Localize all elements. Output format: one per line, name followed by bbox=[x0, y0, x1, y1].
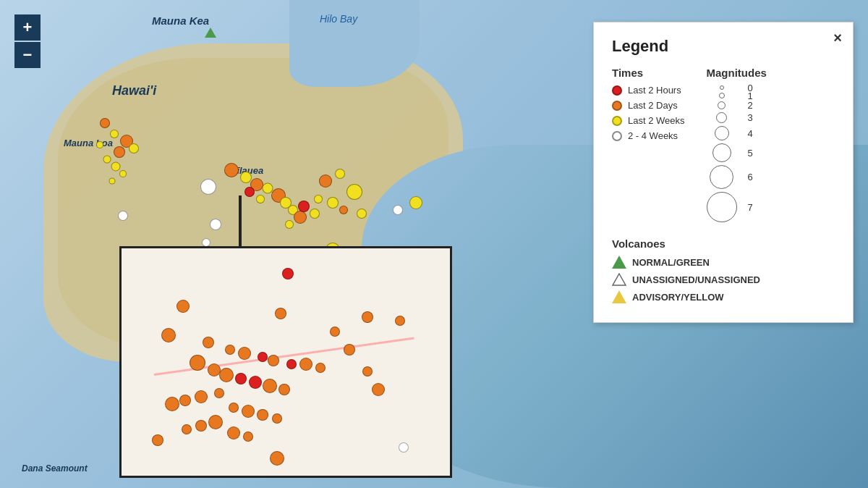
times-legend-item: Last 2 Weeks bbox=[612, 115, 685, 126]
earthquake-circle bbox=[109, 178, 116, 185]
earthquake-circle bbox=[285, 220, 294, 229]
white-triangle-icon bbox=[612, 273, 626, 286]
legend-columns: Times Last 2 Hours Last 2 Days Last 2 We… bbox=[612, 67, 835, 223]
times-legend-item: 2 - 4 Weeks bbox=[612, 130, 685, 141]
earthquake-circle bbox=[240, 172, 252, 183]
times-dot bbox=[612, 85, 622, 96]
earthquake-circle bbox=[327, 197, 339, 209]
volcano-label: NORMAL/GREEN bbox=[632, 257, 710, 268]
volcano-legend-item: UNASSIGNED/UNASSIGNED bbox=[612, 273, 835, 286]
times-dot bbox=[612, 116, 622, 126]
earthquake-circle bbox=[335, 169, 345, 179]
inset-earthquake-circle bbox=[299, 358, 312, 371]
inset-earthquake-circle bbox=[286, 359, 297, 369]
inset-earthquake-circle bbox=[152, 434, 163, 446]
earthquake-circle bbox=[393, 205, 403, 215]
earthquake-circle bbox=[100, 118, 110, 128]
times-dot bbox=[612, 101, 622, 111]
times-dot bbox=[612, 131, 622, 141]
inset-earthquake-circle bbox=[372, 383, 385, 396]
inset-earthquake-circle bbox=[330, 327, 340, 337]
hilo-bay-water bbox=[289, 0, 420, 87]
inset-earthquake-circle bbox=[268, 355, 279, 366]
magnitude-circle bbox=[716, 112, 727, 123]
magnitudes-section: Magnitudes 01234567 bbox=[707, 67, 767, 223]
magnitude-labels: 01234567 bbox=[748, 85, 753, 223]
inset-earthquake-circle bbox=[225, 345, 235, 355]
earthquake-circle bbox=[210, 219, 221, 230]
inset-earthquake-circle bbox=[362, 366, 373, 376]
earthquake-circle bbox=[200, 179, 216, 195]
magnitude-circle bbox=[718, 101, 726, 109]
zoom-controls: + − bbox=[14, 14, 41, 68]
inset-earthquake-circle bbox=[179, 395, 191, 406]
times-items: Last 2 Hours Last 2 Days Last 2 Weeks 2 … bbox=[612, 85, 685, 141]
magnitude-circles bbox=[707, 85, 737, 223]
times-label: 2 - 4 Weeks bbox=[628, 130, 678, 141]
earthquake-circle bbox=[103, 156, 111, 164]
inset-earthquake-circle bbox=[190, 355, 205, 371]
earthquake-circle bbox=[310, 209, 320, 219]
volcano-legend-item: ADVISORY/YELLOW bbox=[612, 290, 835, 303]
earthquake-circle bbox=[256, 195, 265, 203]
earthquake-circle bbox=[96, 141, 103, 148]
inset-earthquake-circle bbox=[203, 337, 214, 348]
inset-earthquake-circle bbox=[344, 344, 355, 356]
inset-earthquake-circle bbox=[195, 420, 207, 432]
volcanoes-section-title: Volcanoes bbox=[612, 237, 835, 250]
magnitude-circle bbox=[715, 126, 729, 140]
times-legend-item: Last 2 Hours bbox=[612, 85, 685, 96]
magnitude-label: 2 bbox=[748, 101, 753, 110]
times-section: Times Last 2 Hours Last 2 Days Last 2 We… bbox=[612, 67, 685, 223]
inset-earthquake-circle bbox=[315, 363, 326, 373]
magnitude-circle bbox=[712, 143, 731, 162]
earthquake-circle bbox=[319, 174, 332, 188]
times-section-title: Times bbox=[612, 67, 685, 79]
inset-earthquake-circle bbox=[249, 376, 262, 389]
earthquake-circle bbox=[346, 184, 362, 200]
inset-earthquake-circle bbox=[282, 268, 294, 279]
magnitude-circle bbox=[719, 93, 725, 98]
inset-earthquake-circle bbox=[229, 403, 239, 413]
magnitude-label: 6 bbox=[748, 164, 753, 190]
earthquake-circle bbox=[118, 211, 128, 221]
earthquake-circle bbox=[409, 196, 422, 209]
inset-earthquake-circle bbox=[263, 379, 277, 393]
times-label: Last 2 Hours bbox=[628, 85, 681, 96]
earthquake-circle bbox=[111, 162, 121, 172]
inset-earthquake-circle bbox=[238, 347, 251, 360]
earthquake-circle bbox=[298, 201, 310, 212]
earthquake-circle bbox=[224, 163, 239, 177]
inset-earthquake-circle bbox=[257, 409, 268, 421]
zoom-in-button[interactable]: + bbox=[14, 14, 41, 41]
volcano-items: NORMAL/GREENUNASSIGNED/UNASSIGNEDADVISOR… bbox=[612, 256, 835, 303]
earthquake-circle bbox=[314, 195, 323, 203]
times-label: Last 2 Weeks bbox=[628, 115, 685, 126]
magnitude-label: 5 bbox=[748, 143, 753, 163]
times-legend-item: Last 2 Days bbox=[612, 100, 685, 111]
earthquake-circle bbox=[129, 143, 139, 153]
legend-close-button[interactable]: × bbox=[833, 30, 842, 46]
inset-earthquake-circle bbox=[399, 442, 409, 453]
inset-earthquake-circle bbox=[243, 432, 253, 442]
inset-earthquake-circle bbox=[227, 426, 240, 439]
inset-map-box bbox=[119, 246, 452, 478]
inset-earthquake-circle bbox=[165, 397, 179, 411]
inset-earthquake-circle bbox=[208, 415, 223, 429]
green-triangle-icon bbox=[612, 256, 626, 269]
magnitude-label: 7 bbox=[748, 191, 753, 223]
inset-earthquake-circle bbox=[258, 352, 268, 362]
volcano-label: ADVISORY/YELLOW bbox=[632, 292, 724, 303]
magnitude-circle bbox=[720, 85, 724, 90]
earthquake-circle bbox=[114, 146, 125, 158]
magnitudes-section-title: Magnitudes bbox=[707, 67, 767, 79]
inset-earthquake-circle bbox=[161, 328, 176, 342]
inset-earthquake-circle bbox=[242, 405, 255, 418]
inset-earthquake-circle bbox=[272, 413, 282, 424]
zoom-out-button[interactable]: − bbox=[14, 42, 41, 68]
inset-earthquake-circle bbox=[195, 390, 208, 403]
inset-earthquake-circle bbox=[270, 451, 284, 466]
earthquake-circle bbox=[339, 206, 348, 214]
magnitude-circle bbox=[710, 165, 733, 189]
inset-earthquake-circle bbox=[362, 311, 373, 323]
